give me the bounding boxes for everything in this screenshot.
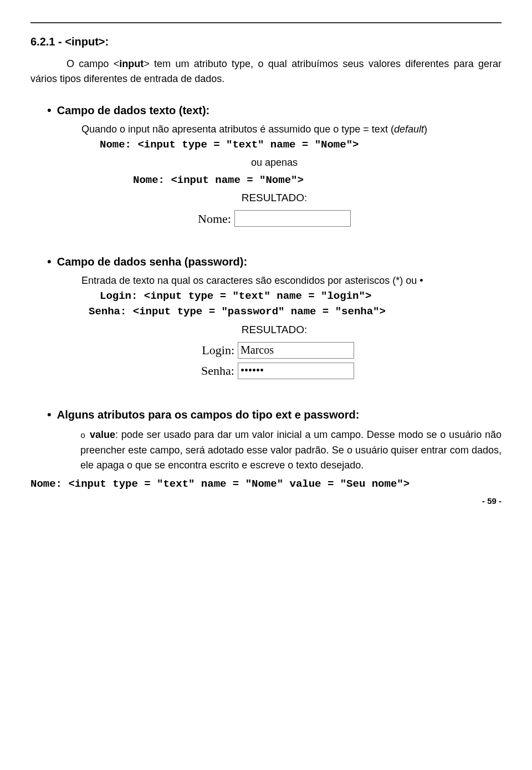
bullet-title-password: Campo de dados senha (password): [57,253,247,270]
code-line-login: Login: <input type = "text" name = "logi… [100,288,502,304]
example-login-label: Login: [195,341,234,359]
page-number: - 59 - [30,495,502,508]
b1-body-post: ) [424,124,427,135]
example-login-senha-box: Login: Senha: [195,340,354,381]
resultado-label-2: RESULTADO: [47,322,502,338]
sub-attr-name: value [90,429,115,440]
bullet-password-field: • Campo de dados senha (password): Entra… [47,253,502,381]
bullet-icon: • [47,256,52,268]
code-line-senha: Senha: <input type = "password" name = "… [89,304,502,320]
footer-code-line: Nome: <input type = "text" name = "Nome"… [30,476,502,492]
bullet-title-text: Campo de dados texto (text): [57,102,210,119]
b1-body-pre: Quando o input não apresenta atributos é… [81,124,394,135]
bullet-title-attrs: Alguns atributos para os campos do tipo … [57,406,360,423]
example-login-row: Login: [195,341,354,359]
example-nome-input[interactable] [234,210,351,227]
bullet-icon: • [47,409,52,421]
intro-bold: input [119,58,144,69]
ou-apenas: ou apenas [47,155,502,170]
example-senha-label: Senha: [195,361,234,380]
bullet-body-text: Quando o input não apresenta atributos é… [81,122,502,137]
bullet-text-field: • Campo de dados texto (text): Quando o … [47,102,502,228]
bullet-attributes: • Alguns atributos para os campos do tip… [47,406,502,473]
top-rule [30,22,502,23]
example-nome-row: Nome: [47,210,502,228]
example-senha-input[interactable] [238,363,354,379]
example-senha-row: Senha: [195,361,354,380]
example-nome-label: Nome: [198,210,231,228]
sub-attr-text: : pode ser usado para dar um valor inici… [80,429,502,471]
b1-body-italic: default [394,124,424,135]
section-heading: 6.2.1 - <input>: [30,33,502,50]
resultado-label-1: RESULTADO: [47,190,502,206]
bullet-body-password: Entrada de texto na qual os caracteres s… [81,273,502,288]
sub-bullet-value: ovalue: pode ser usado para dar um valor… [80,427,502,473]
bullet-icon: • [47,104,52,116]
code-line-nome-1: Nome: <input type = "text" name = "Nome"… [100,137,502,153]
intro-paragraph: O campo <input> tem um atributo type, o … [30,57,502,86]
sub-bullet-marker: o [80,431,85,441]
code-line-nome-2: Nome: <input name = "Nome"> [133,172,502,188]
example-login-input[interactable] [238,342,354,359]
intro-pre: O campo < [66,58,119,69]
